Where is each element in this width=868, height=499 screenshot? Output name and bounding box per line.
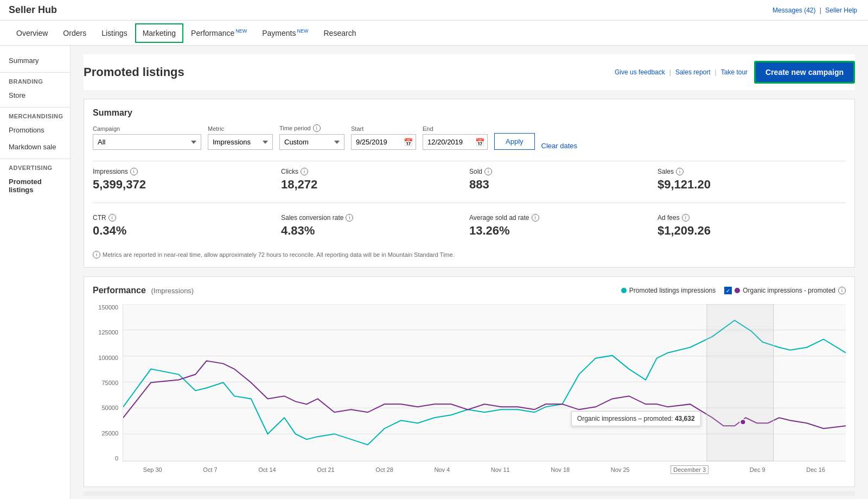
sidebar-summary[interactable]: Summary — [0, 52, 70, 69]
performance-box: Performance (Impressions) Promoted listi… — [84, 276, 855, 487]
chart-area: Organic impressions – promoted: 43,632 — [123, 304, 846, 462]
sidebar-promotions[interactable]: Promotions — [0, 122, 70, 138]
start-calendar-icon[interactable]: 📅 — [404, 138, 413, 147]
legend-promoted: Promoted listings impressions — [621, 287, 716, 294]
create-campaign-button[interactable]: Create new campaign — [754, 61, 855, 84]
nav-research[interactable]: Research — [316, 22, 364, 44]
clicks-value: 18,272 — [281, 178, 469, 192]
sidebar-store[interactable]: Store — [0, 87, 70, 104]
metric-select[interactable]: Impressions — [208, 134, 273, 150]
nav-marketing[interactable]: Marketing — [135, 23, 183, 43]
apply-button[interactable]: Apply — [494, 133, 535, 150]
sales-report-link[interactable]: Sales report — [675, 68, 711, 76]
ad-fees-value: $1,209.26 — [658, 224, 846, 238]
performance-title: Performance — [93, 286, 146, 295]
sales-label: Sales i — [658, 168, 846, 175]
take-tour-link[interactable]: Take tour — [721, 68, 748, 76]
sidebar-markdown-sale[interactable]: Markdown sale — [0, 138, 70, 155]
legend-organic: Organic impressions - promoted i — [724, 287, 846, 294]
avg-ad-rate-info-icon[interactable]: i — [532, 214, 539, 222]
time-period-label: Time period i — [279, 124, 344, 132]
campaign-select[interactable]: All — [93, 134, 201, 150]
end-filter-group: End 📅 — [423, 125, 488, 150]
campaign-label: Campaign — [93, 125, 201, 132]
sales-value: $9,121.20 — [658, 178, 846, 192]
messages-link[interactable]: Messages (42) — [773, 7, 815, 14]
page-title: Promoted listings — [84, 65, 184, 79]
time-period-info-icon[interactable]: i — [313, 124, 321, 132]
performance-header: Performance (Impressions) Promoted listi… — [93, 286, 846, 295]
nav-bar: Overview Orders Listings Marketing Perfo… — [0, 21, 868, 46]
sidebar-promoted-listings[interactable]: Promoted listings — [0, 173, 70, 198]
sold-label: Sold i — [469, 168, 658, 175]
top-bar: Seller Hub Messages (42) | Seller Help — [0, 0, 868, 21]
campaign-filter-group: Campaign All — [93, 125, 201, 150]
nav-listings[interactable]: Listings — [94, 22, 135, 44]
scr-info-icon[interactable]: i — [346, 214, 353, 222]
chart-legend: Promoted listings impressions Organic im… — [621, 287, 846, 294]
time-period-filter-group: Time period i Custom — [279, 124, 344, 150]
scroll-bar[interactable] — [84, 491, 855, 496]
svg-rect-7 — [707, 304, 774, 461]
performance-subtitle: (Impressions) — [151, 287, 194, 295]
clear-dates-button[interactable]: Clear dates — [541, 142, 577, 150]
end-input-wrapper: 📅 — [423, 134, 488, 150]
organic-legend-info-icon[interactable]: i — [838, 287, 846, 294]
impressions-info-icon[interactable]: i — [130, 168, 138, 175]
tooltip-label: Organic impressions – promoted: — [577, 415, 673, 422]
sales-info-icon[interactable]: i — [676, 168, 684, 175]
scr-value: 4.83% — [281, 224, 469, 238]
promoted-legend-dot — [621, 288, 627, 293]
nav-overview[interactable]: Overview — [9, 22, 55, 44]
main-content: Promoted listings Give us feedback | Sal… — [71, 46, 868, 499]
end-calendar-icon[interactable]: 📅 — [475, 138, 484, 147]
stat-clicks: Clicks i 18,272 — [281, 161, 469, 198]
summary-title: Summary — [93, 108, 846, 118]
stat-impressions: Impressions i 5,399,372 — [93, 161, 281, 198]
ctr-info-icon[interactable]: i — [108, 214, 116, 222]
page-header: Promoted listings Give us feedback | Sal… — [84, 54, 855, 90]
scr-label: Sales conversion rate i — [281, 214, 469, 222]
chart-svg — [123, 304, 846, 461]
ad-fees-info-icon[interactable]: i — [682, 214, 690, 222]
clicks-info-icon[interactable]: i — [301, 168, 308, 175]
ad-fees-label: Ad fees i — [658, 214, 846, 222]
layout: Summary BRANDING Store MERCHANDISING Pro… — [0, 46, 868, 499]
sold-value: 883 — [469, 178, 658, 192]
organic-legend-label: Organic impressions - promoted — [743, 287, 835, 294]
avg-ad-rate-value: 13.26% — [469, 224, 658, 238]
sidebar-section-advertising: ADVERTISING — [0, 159, 70, 173]
end-label: End — [423, 125, 488, 132]
time-period-select[interactable]: Custom — [279, 134, 344, 150]
chart-x-axis: Sep 30 Oct 7 Oct 14 Oct 21 Oct 28 Nov 4 … — [123, 462, 846, 478]
header-actions: Give us feedback | Sales report | Take t… — [615, 61, 855, 84]
stat-avg-ad-rate: Average sold ad rate i 13.26% — [469, 207, 658, 244]
metric-label: Metric — [208, 125, 273, 132]
chart-y-axis: 150000 125000 100000 75000 50000 25000 0 — [93, 304, 123, 462]
metric-filter-group: Metric Impressions — [208, 125, 273, 150]
nav-performance[interactable]: PerformanceNEW — [183, 22, 254, 44]
stat-ad-fees: Ad fees i $1,209.26 — [658, 207, 846, 244]
impressions-label: Impressions i — [93, 168, 281, 175]
start-label: Start — [351, 125, 416, 132]
disclaimer-info-icon: i — [93, 251, 100, 258]
start-filter-group: Start 📅 — [351, 125, 416, 150]
give-feedback-link[interactable]: Give us feedback — [615, 68, 665, 76]
sold-info-icon[interactable]: i — [484, 168, 492, 175]
nav-payments[interactable]: PaymentsNEW — [254, 22, 316, 44]
stats-row-1: Impressions i 5,399,372 Clicks i 18,272 … — [93, 161, 846, 198]
ctr-label: CTR i — [93, 214, 281, 222]
stat-sold: Sold i 883 — [469, 161, 658, 198]
sidebar-section-branding: BRANDING — [0, 72, 70, 87]
organic-legend-checkbox[interactable] — [724, 287, 732, 294]
stats-row-2: CTR i 0.34% Sales conversion rate i 4.83… — [93, 203, 846, 244]
stat-sales: Sales i $9,121.20 — [658, 161, 846, 198]
nav-orders[interactable]: Orders — [55, 22, 94, 44]
chart-tooltip: Organic impressions – promoted: 43,632 — [571, 411, 701, 426]
start-input-wrapper: 📅 — [351, 134, 416, 150]
stat-scr: Sales conversion rate i 4.83% — [281, 207, 469, 244]
organic-legend-dot — [735, 288, 740, 293]
filter-row: Campaign All Metric Impressions Time per… — [93, 124, 846, 150]
seller-help-link[interactable]: Seller Help — [825, 7, 857, 14]
avg-ad-rate-label: Average sold ad rate i — [469, 214, 658, 222]
